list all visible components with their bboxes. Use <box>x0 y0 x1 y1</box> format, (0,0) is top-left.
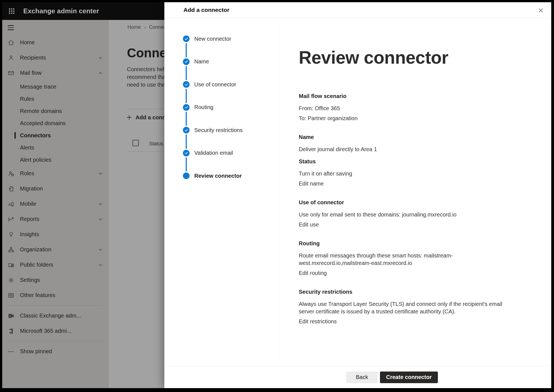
section-security-restrictions: Security restrictions Always use Transpo… <box>299 288 518 325</box>
step-review-connector[interactable]: Review connector <box>183 172 278 179</box>
section-status: Status Turn it on after saving Edit name <box>299 158 518 187</box>
dialog-header: Add a connector <box>164 2 551 18</box>
step-current-dot <box>183 172 190 179</box>
app-window: Exchange admin center Home Recipients Ma… <box>2 2 551 388</box>
step-routing[interactable]: Routing <box>183 104 278 111</box>
connector-name-value: Deliver journal directly to Area 1 <box>299 146 518 153</box>
app-launcher-waffle-icon[interactable] <box>6 6 17 17</box>
step-check-icon <box>183 104 190 111</box>
review-heading: Review connector <box>299 47 543 68</box>
dialog-footer: Back Create connector <box>164 366 551 388</box>
step-validation-email[interactable]: Validation email <box>183 150 278 156</box>
step-check-icon <box>183 58 190 65</box>
section-heading: Routing <box>299 240 518 247</box>
section-use-of-connector: Use of connector Use only for email sent… <box>299 199 518 228</box>
section-heading: Security restrictions <box>299 288 518 296</box>
step-check-icon <box>183 81 190 88</box>
dialog-body: New connector Name Use of connector Rout… <box>164 18 551 366</box>
step-name[interactable]: Name <box>183 58 278 65</box>
mail-flow-to: To: Partner organization <box>299 115 518 122</box>
step-check-icon <box>183 127 190 133</box>
section-mail-flow-scenario: Mail flow scenario From: Office 365 To: … <box>299 92 518 122</box>
edit-name-link[interactable]: Edit name <box>299 180 518 187</box>
security-restrictions-value: Always use Transport Layer Security (TLS… <box>299 300 518 315</box>
routing-value: Route email messages through these smart… <box>299 252 518 267</box>
section-heading: Mail flow scenario <box>299 92 518 100</box>
edit-restrictions-link[interactable]: Edit restrictions <box>299 318 518 325</box>
dialog-title: Add a connector <box>183 7 229 13</box>
screenshot-frame: Exchange admin center Home Recipients Ma… <box>0 0 554 392</box>
section-routing: Routing Route email messages through the… <box>299 240 518 277</box>
app-title: Exchange admin center <box>23 7 99 15</box>
step-use-of-connector[interactable]: Use of connector <box>183 81 278 88</box>
use-of-connector-value: Use only for email sent to these domains… <box>299 211 518 218</box>
section-name: Name Deliver journal directly to Area 1 <box>299 133 518 153</box>
edit-use-link[interactable]: Edit use <box>299 221 518 228</box>
add-connector-dialog: Add a connector New connector Name Use o… <box>164 2 551 388</box>
wizard-stepper: New connector Name Use of connector Rout… <box>164 18 279 366</box>
section-heading: Status <box>299 158 518 165</box>
close-icon[interactable] <box>537 6 545 14</box>
review-panel: Review connector Mail flow scenario From… <box>299 18 543 366</box>
step-new-connector[interactable]: New connector <box>183 35 278 42</box>
back-button[interactable]: Back <box>346 372 378 383</box>
section-heading: Use of connector <box>299 199 518 206</box>
step-check-icon <box>183 35 190 42</box>
edit-routing-link[interactable]: Edit routing <box>299 269 518 277</box>
section-heading: Name <box>299 133 518 141</box>
step-security-restrictions[interactable]: Security restrictions <box>183 127 278 133</box>
create-connector-button[interactable]: Create connector <box>380 372 438 383</box>
step-check-icon <box>183 150 190 156</box>
status-value: Turn it on after saving <box>299 170 518 177</box>
mail-flow-from: From: Office 365 <box>299 105 518 112</box>
